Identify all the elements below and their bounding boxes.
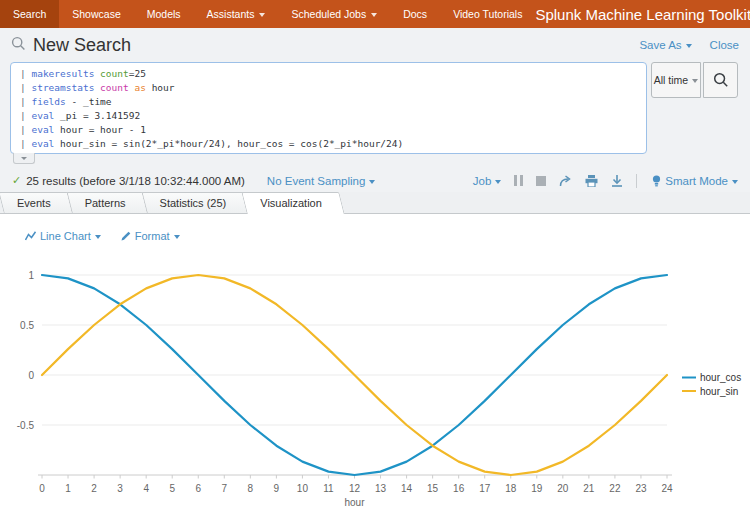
x-tick-label: 20 [557, 483, 569, 494]
save-as-button[interactable]: Save As [639, 39, 691, 51]
tab-statistics-25[interactable]: Statistics (25) [143, 192, 248, 213]
nav-item-docs[interactable]: Docs [390, 0, 440, 28]
search-query-input[interactable]: | makeresults count=25| streamstats coun… [10, 62, 647, 154]
page-title: New Search [33, 35, 131, 56]
query-token: | [20, 138, 31, 149]
nav-item-label: Showcase [72, 8, 120, 20]
chevron-down-icon [495, 180, 501, 184]
chart-type-picker[interactable]: Line Chart [25, 230, 101, 242]
search-header: New Search Save As Close [0, 28, 750, 62]
chevron-down-icon [174, 235, 180, 239]
query-token: | [20, 68, 31, 79]
nav-item-label: Video Tutorials [453, 8, 522, 20]
toolbar-divider [636, 174, 637, 188]
x-tick-label: 22 [609, 483, 621, 494]
chevron-down-icon [686, 44, 692, 48]
y-tick-label: -0.5 [17, 420, 35, 431]
nav-item-search[interactable]: Search [0, 0, 59, 28]
pencil-icon [121, 231, 131, 241]
x-tick-label: 11 [323, 483, 334, 494]
tab-patterns[interactable]: Patterns [68, 192, 147, 213]
nav-item-label: Models [147, 8, 181, 20]
search-icon [713, 72, 729, 88]
nav-item-assistants[interactable]: Assistants [194, 0, 279, 28]
pause-icon[interactable] [514, 175, 523, 186]
search-status-bar: ✓ 25 results (before 3/1/18 10:32:44.000… [0, 169, 750, 192]
y-tick-label: 0.5 [20, 320, 34, 331]
format-menu[interactable]: Format [121, 230, 180, 242]
close-button[interactable]: Close [710, 39, 739, 51]
x-tick-label: 5 [169, 483, 175, 494]
nav-item-models[interactable]: Models [134, 0, 194, 28]
tab-events[interactable]: Events [0, 192, 72, 213]
query-token: _pi = 3.141592 [54, 110, 140, 121]
x-tick-label: 6 [195, 483, 201, 494]
chevron-down-icon [371, 13, 377, 17]
chevron-down-icon [692, 79, 698, 83]
query-line: | eval _pi = 3.141592 [20, 109, 637, 123]
x-tick-label: 1 [65, 483, 71, 494]
event-sampling-menu[interactable]: No Event Sampling [267, 175, 375, 187]
x-axis-title: hour [344, 497, 365, 508]
time-range-label: All time [654, 74, 688, 86]
job-controls: Job Smart Mode [473, 174, 738, 188]
query-token: | [20, 82, 31, 93]
header-actions: Save As Close [639, 39, 739, 51]
x-tick-label: 8 [248, 483, 254, 494]
search-mode-menu[interactable]: Smart Mode [652, 175, 738, 187]
query-token: hour [146, 82, 175, 93]
y-tick-label: 0 [28, 370, 34, 381]
download-icon[interactable] [611, 175, 623, 187]
query-token: eval [31, 124, 54, 135]
query-token: eval [31, 138, 54, 149]
query-token: streamstats [31, 82, 94, 93]
chevron-down-icon [369, 180, 375, 184]
results-count: 25 results (before 3/1/18 10:32:44.000 A… [26, 175, 245, 187]
x-tick-label: 18 [505, 483, 517, 494]
nav-item-video-tutorials[interactable]: Video Tutorials [440, 0, 535, 28]
query-token: | [20, 96, 31, 107]
chevron-down-icon [95, 235, 101, 239]
query-token: fields [31, 96, 65, 107]
chevron-down-icon [259, 13, 265, 17]
nav-items: SearchShowcaseModelsAssistantsScheduled … [0, 0, 535, 28]
time-range-picker[interactable]: All time [651, 62, 701, 98]
stop-icon[interactable] [536, 176, 546, 186]
nav-item-scheduled-jobs[interactable]: Scheduled Jobs [278, 0, 390, 28]
nav-item-label: Assistants [207, 8, 255, 20]
x-tick-label: 9 [274, 483, 280, 494]
search-submit-button[interactable] [703, 62, 738, 98]
query-token: hour_sin = sin(2*_pi*hour/24), hour_cos … [54, 138, 403, 149]
query-line: | fields - _time [20, 95, 637, 109]
nav-item-label: Scheduled Jobs [291, 8, 366, 20]
top-nav: SearchShowcaseModelsAssistantsScheduled … [0, 0, 750, 28]
x-tick-label: 23 [635, 483, 647, 494]
visualization-panel: Line Chart Format 10.50-0.50123456789101… [0, 214, 750, 524]
nav-item-showcase[interactable]: Showcase [59, 0, 133, 28]
x-tick-label: 12 [349, 483, 361, 494]
search-icon [11, 36, 26, 55]
x-tick-label: 16 [453, 483, 465, 494]
expand-search-button[interactable] [13, 153, 35, 164]
job-menu[interactable]: Job [473, 175, 502, 187]
query-token: | [20, 124, 31, 135]
nav-item-label: Docs [403, 8, 427, 20]
x-tick-label: 3 [117, 483, 123, 494]
x-tick-label: 7 [222, 483, 228, 494]
share-icon[interactable] [559, 175, 572, 187]
viz-controls: Line Chart Format [25, 230, 180, 242]
query-line: | eval hour = hour - 1 [20, 123, 637, 137]
x-tick-label: 10 [297, 483, 309, 494]
print-icon[interactable] [585, 175, 598, 187]
query-line: | eval hour_sin = sin(2*_pi*hour/24), ho… [20, 137, 637, 151]
y-tick-label: 1 [28, 270, 34, 281]
nav-item-label: Search [13, 8, 46, 20]
tab-label: Visualization [260, 197, 322, 209]
legend-label-hour_cos: hour_cos [700, 372, 741, 383]
splunk-mltk-app: SearchShowcaseModelsAssistantsScheduled … [0, 0, 750, 524]
tab-visualization[interactable]: Visualization [243, 192, 343, 213]
x-tick-label: 19 [531, 483, 543, 494]
x-tick-label: 14 [401, 483, 413, 494]
query-token: eval [31, 110, 54, 121]
query-line: | makeresults count=25 [20, 67, 637, 81]
